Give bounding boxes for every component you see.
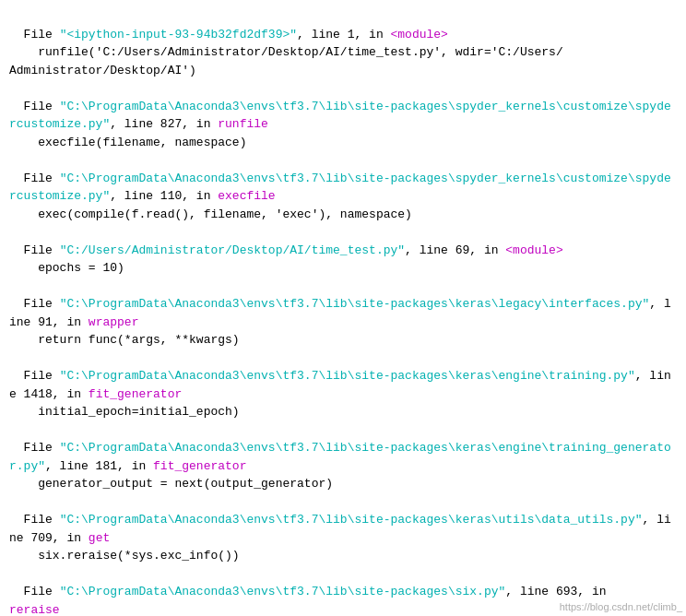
terminal-text-part: "<ipython-input-93-94b32fd2df39>" bbox=[60, 28, 297, 41]
terminal-line: exec(compile(f.read(), filename, 'exec')… bbox=[9, 206, 677, 224]
terminal-text-part: six.reraise(*sys.exc_info()) bbox=[9, 549, 240, 563]
terminal-line bbox=[9, 565, 677, 584]
terminal-text-part: <module> bbox=[391, 28, 448, 41]
terminal-line: File "C:\ProgramData\Anaconda3\envs\tf3.… bbox=[9, 98, 677, 134]
terminal-line: File "C:\ProgramData\Anaconda3\envs\tf3.… bbox=[9, 295, 677, 331]
terminal-text-part: , line 1, in bbox=[297, 28, 390, 41]
terminal-text-part: File bbox=[9, 513, 60, 527]
terminal-line bbox=[9, 151, 677, 170]
terminal-line: six.reraise(*sys.exc_info()) bbox=[9, 547, 677, 565]
terminal-text-part: execfile bbox=[218, 189, 275, 203]
terminal-text-part: fit_generator bbox=[89, 387, 182, 401]
terminal-line bbox=[9, 278, 677, 296]
terminal-text-part: "C:\ProgramData\Anaconda3\envs\tf3.7\lib… bbox=[9, 100, 671, 132]
terminal-line: File "C:\ProgramData\Anaconda3\envs\tf3.… bbox=[9, 439, 677, 475]
terminal-text-part: initial_epoch=initial_epoch) bbox=[9, 405, 240, 419]
terminal-text-part: "C:/Users/Administrator/Desktop/AI/time_… bbox=[60, 243, 405, 257]
terminal-text-part: "C:\ProgramData\Anaconda3\envs\tf3.7\lib… bbox=[60, 513, 643, 527]
terminal-line bbox=[9, 79, 677, 98]
terminal-text-part: , line 110, in bbox=[110, 189, 218, 203]
terminal-text-part: , line 693, in bbox=[505, 585, 606, 598]
terminal-text-part: File bbox=[9, 585, 60, 598]
terminal-output: File "<ipython-input-93-94b32fd2df39>", … bbox=[0, 0, 686, 616]
terminal-text-part: "C:\ProgramData\Anaconda3\envs\tf3.7\lib… bbox=[60, 369, 635, 383]
terminal-text-part: , line 181, in bbox=[45, 459, 153, 473]
terminal-text-part: Administrator/Desktop/AI') bbox=[9, 64, 196, 77]
terminal-line: generator_output = next(output_generator… bbox=[9, 475, 677, 493]
terminal-line: File "C:\ProgramData\Anaconda3\envs\tf3.… bbox=[9, 583, 677, 601]
terminal-line: initial_epoch=initial_epoch) bbox=[9, 403, 677, 421]
terminal-text-part: File bbox=[9, 441, 60, 455]
terminal-text-part: epochs = 10) bbox=[9, 261, 124, 275]
terminal-text-part: File bbox=[9, 369, 60, 383]
terminal-line: epochs = 10) bbox=[9, 259, 677, 278]
terminal-text-part: runfile('C:/Users/Administrator/Desktop/… bbox=[9, 45, 563, 59]
terminal-text-part: <module> bbox=[505, 243, 562, 257]
terminal-text-part: exec(compile(f.read(), filename, 'exec')… bbox=[9, 207, 412, 221]
terminal-text-part: "C:\ProgramData\Anaconda3\envs\tf3.7\lib… bbox=[60, 297, 650, 311]
terminal-line: File "C:\ProgramData\Anaconda3\envs\tf3.… bbox=[9, 367, 677, 403]
terminal-line: File "C:\ProgramData\Anaconda3\envs\tf3.… bbox=[9, 170, 677, 206]
terminal-line: File "C:\ProgramData\Anaconda3\envs\tf3.… bbox=[9, 511, 677, 547]
terminal-line bbox=[9, 493, 677, 512]
terminal-text-part: wrapper bbox=[89, 315, 139, 329]
terminal-text-part: File bbox=[9, 100, 60, 113]
terminal-line bbox=[9, 223, 677, 242]
terminal-text-part: File bbox=[9, 28, 60, 41]
terminal-text-part: get bbox=[89, 531, 110, 545]
terminal-line: runfile('C:/Users/Administrator/Desktop/… bbox=[9, 43, 677, 62]
terminal-text-part: , line 827, in bbox=[110, 117, 218, 131]
terminal-text-part: , line 69, in bbox=[405, 243, 505, 257]
terminal-text-part: execfile(filename, namespace) bbox=[9, 136, 246, 149]
watermark: https://blog.csdn.net/climb_ bbox=[560, 601, 682, 612]
terminal-text-part: File bbox=[9, 243, 60, 257]
terminal-line: File "<ipython-input-93-94b32fd2df39>", … bbox=[9, 26, 677, 44]
terminal-text-part: "C:\ProgramData\Anaconda3\envs\tf3.7\lib… bbox=[60, 585, 506, 598]
terminal-text-part: reraise bbox=[9, 603, 60, 617]
terminal-text-part: fit_generator bbox=[153, 459, 246, 473]
terminal-line bbox=[9, 421, 677, 440]
terminal-text-part: File bbox=[9, 297, 60, 311]
terminal-text-part: generator_output = next(output_generator… bbox=[9, 477, 333, 491]
terminal-text-part: return func(*args, **kwargs) bbox=[9, 333, 240, 347]
terminal-text-part: runfile bbox=[218, 117, 268, 131]
terminal-text-part: "C:\ProgramData\Anaconda3\envs\tf3.7\lib… bbox=[9, 172, 671, 204]
terminal-text-part: File bbox=[9, 172, 60, 185]
terminal-line: Administrator/Desktop/AI') bbox=[9, 62, 677, 80]
terminal-line: File "C:/Users/Administrator/Desktop/AI/… bbox=[9, 242, 677, 260]
terminal-line bbox=[9, 349, 677, 368]
terminal-line: execfile(filename, namespace) bbox=[9, 134, 677, 152]
terminal-line: return func(*args, **kwargs) bbox=[9, 331, 677, 349]
